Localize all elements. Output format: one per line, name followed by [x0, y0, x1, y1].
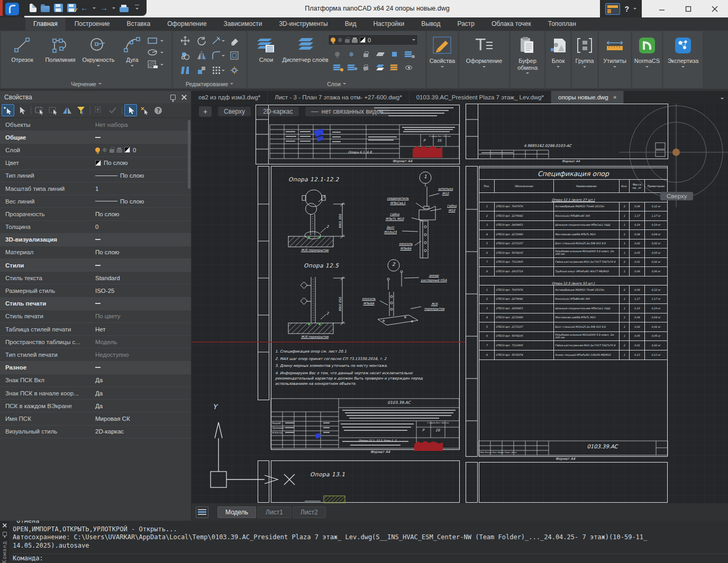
trim-icon[interactable] [210, 33, 226, 48]
property-row[interactable]: Имя ПСК ❄ Мировая СК [0, 412, 191, 425]
erase-icon[interactable] [226, 33, 242, 48]
layer-merge-icon[interactable] [387, 61, 402, 74]
property-row[interactable]: Пространство таблицы с... ❄ Модель [0, 336, 191, 348]
property-value[interactable]: ❄ 0 [95, 146, 191, 154]
save-as-icon[interactable]: ✓ [67, 4, 76, 12]
help-icon[interactable]: ? [624, 5, 629, 13]
open-file-icon[interactable] [41, 6, 50, 12]
panel-label-layers[interactable]: Слои [250, 81, 423, 87]
move-selection-icon[interactable] [93, 104, 105, 116]
tab-list-dropdown-icon[interactable] [721, 98, 724, 101]
layer-lock-icon[interactable] [359, 48, 373, 61]
layer-manager-button[interactable]: Диспетчер слоёв [283, 31, 328, 88]
property-value[interactable]: ❄ По слою [95, 172, 191, 179]
close-tab-icon[interactable]: × [613, 94, 617, 100]
ribbon-tab[interactable]: Построение [67, 17, 118, 31]
polyline-button[interactable]: Полилиния [41, 31, 79, 88]
rectangle-tool[interactable] [147, 36, 163, 45]
ribbon-tab[interactable]: Оформление [159, 17, 214, 31]
collapse-icon[interactable] [95, 239, 101, 240]
apply-selection-icon[interactable] [106, 104, 119, 116]
ribbon-tab[interactable]: 3D-инструменты [271, 17, 335, 31]
minimize-button[interactable] [649, 0, 675, 17]
undo-icon[interactable]: ← [80, 4, 88, 12]
panel-label-editing[interactable]: Редактирование [175, 81, 244, 87]
mirror-icon[interactable] [193, 48, 210, 63]
layer-dropdown-icon[interactable] [412, 39, 415, 42]
layout-tab[interactable]: Модель [217, 506, 256, 518]
layer-select[interactable]: ❄ 0 [328, 34, 418, 45]
new-file-icon[interactable] [30, 4, 37, 12]
layer-on-icon[interactable] [330, 48, 344, 61]
normacs-dropdown-icon[interactable] [645, 66, 649, 69]
view-direction-button[interactable]: Сверху [218, 107, 251, 116]
layout-tab[interactable]: Лист1 [258, 506, 291, 518]
property-row[interactable]: Толщина ❄ 0 [0, 221, 191, 234]
group-dropdown-icon[interactable] [583, 66, 586, 69]
line-button[interactable]: Отрезок [3, 31, 41, 88]
cursor-mode-icon[interactable] [124, 104, 137, 116]
ribbon-tab[interactable]: Зависимости [216, 17, 270, 31]
collapse-icon[interactable] [95, 137, 101, 138]
pin-command-icon[interactable] [3, 532, 7, 536]
property-row[interactable]: Тип стилей печати ❄ Недоступно [0, 348, 191, 361]
property-row[interactable]: ПСК в каждом ВЭкране ❄ Да [0, 400, 191, 412]
property-row[interactable]: Стили ❄ [0, 259, 191, 272]
property-value[interactable]: ❄ Мировая СК [95, 416, 191, 422]
select-icon[interactable] [15, 104, 28, 116]
property-row[interactable]: Знак ПСК Вкл ❄ Да [0, 374, 191, 387]
collapse-icon[interactable] [95, 303, 101, 304]
drawing-canvas[interactable]: + Сверху 2D-каркас нет связанных видов О… [192, 104, 728, 503]
clear-selection-icon[interactable] [138, 104, 151, 116]
property-row[interactable]: Размерный стиль ❄ ISO-25 [0, 284, 191, 297]
array-icon[interactable] [210, 63, 226, 78]
group-button[interactable]: Группа [572, 31, 597, 69]
property-value[interactable]: ❄ Недоступно [95, 352, 191, 358]
close-panel-icon[interactable] [181, 94, 187, 100]
property-value[interactable]: ❄ ISO-25 [95, 288, 191, 294]
clipboard-dropdown-icon[interactable] [526, 72, 529, 76]
redo-dropdown-icon[interactable] [112, 7, 115, 11]
layout-list-icon[interactable] [196, 506, 208, 518]
move-icon[interactable] [177, 33, 193, 48]
rotate-icon[interactable] [193, 33, 210, 48]
property-value[interactable]: ❄ Да [95, 390, 191, 396]
format-button[interactable]: T Оформление [459, 31, 509, 69]
property-value[interactable]: ❄ По слою [95, 160, 191, 166]
linked-views-button[interactable]: нет связанных видов [305, 107, 389, 116]
property-value[interactable]: ❄ Standard [95, 275, 191, 281]
select-crossing-icon[interactable] [47, 104, 60, 116]
offset-icon[interactable] [226, 48, 242, 63]
panel-label-drawing[interactable]: Черчение [3, 81, 169, 87]
select-add-icon[interactable] [2, 104, 14, 116]
selection-filter-icon[interactable] [75, 104, 87, 116]
close-command-icon[interactable] [2, 523, 7, 528]
property-value[interactable]: ❄ 1 [95, 186, 191, 192]
layout-tab[interactable]: Лист2 [293, 506, 326, 518]
add-viewport-button[interactable]: + [199, 106, 212, 117]
select-window-icon[interactable] [33, 104, 46, 116]
stretch-icon[interactable] [177, 63, 193, 78]
document-tab[interactable]: 0103.39.AC_President Plaza 7 этаж_ Lev.d… [410, 91, 551, 104]
expertise-dropdown-icon[interactable] [681, 66, 685, 69]
arc-dropdown-icon[interactable] [131, 65, 134, 68]
command-line-panel[interactable]: Команд 'Отмена'OPEN,ИМПОРТА,ОТКРЫТЬ,УРЛО… [0, 521, 728, 563]
properties-dropdown-icon[interactable] [441, 66, 444, 69]
print-icon[interactable] [120, 7, 129, 12]
arc-button[interactable]: Дуга [117, 31, 147, 88]
ellipse-tool[interactable] [147, 48, 163, 57]
property-row[interactable]: Визуальный стиль ❄ 2D-каркас [0, 426, 191, 438]
layer-plane-icon[interactable] [373, 48, 387, 61]
property-row[interactable]: Слой ❄ 0 [0, 144, 191, 156]
property-value[interactable]: ❄ 0 [95, 224, 191, 230]
property-value[interactable]: ❄ По слою [95, 211, 191, 217]
property-row[interactable]: Стиль печати ❄ [0, 298, 191, 310]
property-row[interactable]: Масштаб типа линий ❄ 1 [0, 182, 191, 195]
properties-scrollbar[interactable] [188, 120, 190, 189]
ribbon-tab[interactable]: Вид [337, 17, 365, 31]
copy-icon[interactable] [177, 48, 193, 63]
layer-isolate-icon[interactable] [373, 61, 387, 74]
undo-dropdown-icon[interactable] [93, 7, 96, 11]
redo-icon[interactable]: → [100, 4, 108, 12]
utilities-button[interactable]: Утилиты [599, 31, 631, 69]
